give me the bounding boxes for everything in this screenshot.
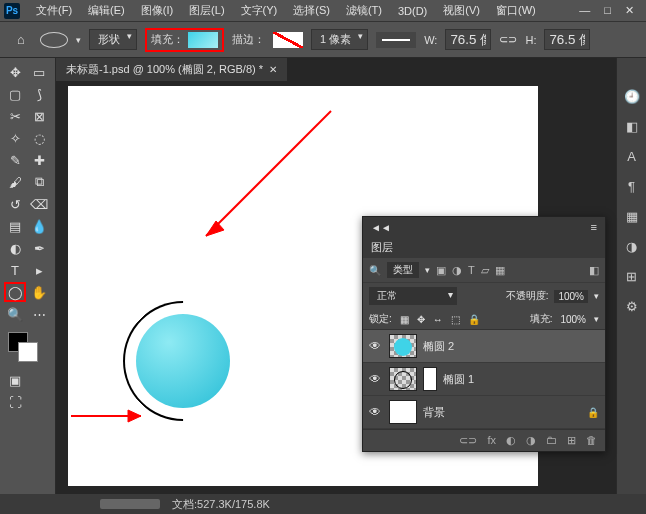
- lock-position-icon[interactable]: ✥: [417, 314, 425, 325]
- horizontal-scrollbar[interactable]: [100, 499, 160, 509]
- width-input[interactable]: [445, 29, 491, 50]
- quickselect-tool[interactable]: ◌: [28, 128, 50, 148]
- filter-toggle[interactable]: ◧: [589, 264, 599, 277]
- delete-layer-icon[interactable]: 🗑: [586, 434, 597, 447]
- zoom-tool[interactable]: 🔍: [4, 304, 26, 324]
- properties-panel-icon[interactable]: ⚙: [624, 298, 640, 314]
- type-tool[interactable]: T: [4, 260, 26, 280]
- menu-3d[interactable]: 3D(D): [390, 3, 435, 19]
- visibility-icon[interactable]: 👁: [369, 339, 383, 353]
- stroke-width-input[interactable]: 1 像素: [311, 29, 368, 50]
- visibility-icon[interactable]: 👁: [369, 372, 383, 386]
- eyedropper-tool[interactable]: ✎: [4, 150, 26, 170]
- lasso-tool[interactable]: ⟆: [28, 84, 50, 104]
- screenmode-icon[interactable]: ⛶: [4, 392, 26, 412]
- marquee-tool[interactable]: ▢: [4, 84, 26, 104]
- link-layers-icon[interactable]: ⊂⊃: [459, 434, 477, 447]
- artboard-tool[interactable]: ▭: [28, 62, 50, 82]
- gradient-tool[interactable]: ▤: [4, 216, 26, 236]
- close-tab-icon[interactable]: ✕: [269, 64, 277, 75]
- heal-tool[interactable]: ✚: [28, 150, 50, 170]
- quickmask-icon[interactable]: ▣: [4, 370, 26, 390]
- filter-type-select[interactable]: 类型: [387, 262, 419, 278]
- crop-tool[interactable]: ✂: [4, 106, 26, 126]
- fill-swatch[interactable]: [188, 32, 218, 48]
- history-brush-tool[interactable]: ↺: [4, 194, 26, 214]
- layer-thumb[interactable]: [389, 400, 417, 424]
- history-panel-icon[interactable]: 🕘: [624, 88, 640, 104]
- pen-tool[interactable]: ✒: [28, 238, 50, 258]
- layer-name[interactable]: 椭圆 1: [443, 372, 599, 387]
- document-tab[interactable]: 未标题-1.psd @ 100% (椭圆 2, RGB/8) * ✕: [56, 58, 287, 81]
- panel-header[interactable]: ◄◄ ≡: [363, 217, 605, 237]
- eraser-tool[interactable]: ⌫: [28, 194, 50, 214]
- color-swatches[interactable]: [8, 332, 38, 362]
- edit-toolbar[interactable]: ⋯: [28, 304, 50, 324]
- menu-image[interactable]: 图像(I): [133, 1, 181, 20]
- brush-tool[interactable]: 🖌: [4, 172, 26, 192]
- minimize-icon[interactable]: —: [579, 4, 590, 17]
- adjustments-panel-icon[interactable]: ◑: [624, 238, 640, 254]
- layers-tab[interactable]: 图层: [371, 241, 393, 253]
- filter-smart-icon[interactable]: ▦: [495, 264, 505, 277]
- menu-window[interactable]: 窗口(W): [488, 1, 544, 20]
- filter-pixel-icon[interactable]: ▣: [436, 264, 446, 277]
- stroke-swatch[interactable]: [273, 32, 303, 48]
- blend-mode-select[interactable]: 正常: [369, 287, 457, 305]
- menu-view[interactable]: 视图(V): [435, 1, 488, 20]
- menu-file[interactable]: 文件(F): [28, 1, 80, 20]
- menu-layer[interactable]: 图层(L): [181, 1, 232, 20]
- maximize-icon[interactable]: □: [604, 4, 611, 17]
- filter-adjust-icon[interactable]: ◑: [452, 264, 462, 277]
- layer-item[interactable]: 👁 椭圆 1: [363, 363, 605, 396]
- close-icon[interactable]: ✕: [625, 4, 634, 17]
- character-panel-icon[interactable]: A: [624, 148, 640, 164]
- fill-opacity-value[interactable]: 100%: [560, 314, 586, 325]
- wand-tool[interactable]: ✧: [4, 128, 26, 148]
- menu-filter[interactable]: 滤镜(T): [338, 1, 390, 20]
- shape-mode-select[interactable]: 形状: [89, 29, 137, 50]
- lock-all-icon[interactable]: 🔒: [468, 314, 480, 325]
- new-layer-icon[interactable]: ⊞: [567, 434, 576, 447]
- ellipse-tool[interactable]: ◯: [4, 282, 26, 302]
- layer-thumb[interactable]: [389, 334, 417, 358]
- swatches-panel-icon[interactable]: ▦: [624, 208, 640, 224]
- color-panel-icon[interactable]: ◧: [624, 118, 640, 134]
- layer-name[interactable]: 背景: [423, 405, 581, 420]
- layer-thumb[interactable]: [389, 367, 417, 391]
- lock-nest-icon[interactable]: ⬚: [451, 314, 460, 325]
- dodge-tool[interactable]: ◐: [4, 238, 26, 258]
- layer-name[interactable]: 椭圆 2: [423, 339, 599, 354]
- background-color[interactable]: [18, 342, 38, 362]
- menu-edit[interactable]: 编辑(E): [80, 1, 133, 20]
- filter-type-icon[interactable]: T: [468, 264, 475, 276]
- menu-select[interactable]: 选择(S): [285, 1, 338, 20]
- menu-type[interactable]: 文字(Y): [233, 1, 286, 20]
- paragraph-panel-icon[interactable]: ¶: [624, 178, 640, 194]
- path-select-tool[interactable]: ▸: [28, 260, 50, 280]
- layer-mask-thumb[interactable]: [423, 367, 437, 391]
- height-input[interactable]: [544, 29, 590, 50]
- blur-tool[interactable]: 💧: [28, 216, 50, 236]
- move-tool[interactable]: ✥: [4, 62, 26, 82]
- home-icon[interactable]: ⌂: [10, 30, 32, 50]
- opacity-value[interactable]: 100%: [554, 290, 588, 303]
- stroke-style-select[interactable]: [376, 32, 416, 48]
- clone-tool[interactable]: ⧉: [28, 172, 50, 192]
- layer-mask-icon[interactable]: ◐: [506, 434, 516, 447]
- lock-pixels-icon[interactable]: ▦: [400, 314, 409, 325]
- ellipse-preset-icon[interactable]: [40, 32, 68, 48]
- adjustment-layer-icon[interactable]: ◑: [526, 434, 536, 447]
- layer-item[interactable]: 👁 椭圆 2: [363, 330, 605, 363]
- layer-item[interactable]: 👁 背景 🔒: [363, 396, 605, 429]
- filter-shape-icon[interactable]: ▱: [481, 264, 489, 277]
- visibility-icon[interactable]: 👁: [369, 405, 383, 419]
- frame-tool[interactable]: ⊠: [28, 106, 50, 126]
- panel-menu-icon[interactable]: ≡: [591, 221, 597, 233]
- libraries-panel-icon[interactable]: ⊞: [624, 268, 640, 284]
- hand-tool[interactable]: ✋: [28, 282, 50, 302]
- lock-artboard-icon[interactable]: ↔: [433, 314, 443, 325]
- layer-fx-icon[interactable]: fx: [487, 434, 496, 447]
- link-wh-icon[interactable]: ⊂⊃: [499, 33, 517, 46]
- group-icon[interactable]: 🗀: [546, 434, 557, 447]
